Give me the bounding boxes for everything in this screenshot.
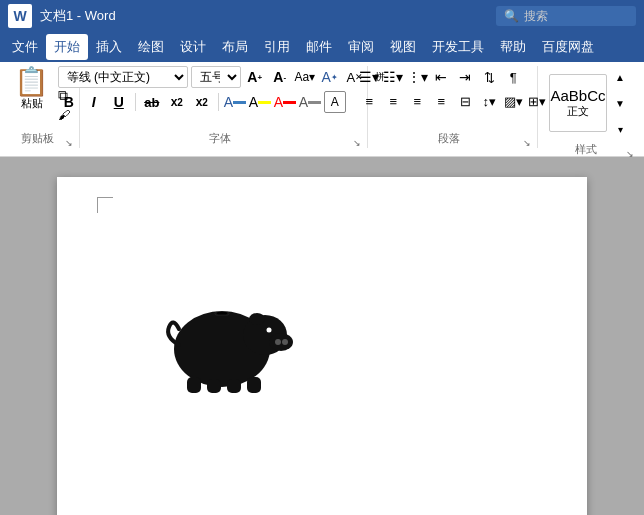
paste-icon: 📋 [14,68,49,96]
sort-button[interactable]: ⇅ [478,66,500,88]
clipboard-label-row: 剪贴板 ↘ [10,129,73,148]
align-center-button[interactable]: ≡ [382,90,404,112]
styles-content: AaBbCc 正文 ▲ ▼ ▾ [549,66,631,140]
svg-rect-10 [227,379,241,393]
styles-expand-icon[interactable]: ↘ [626,149,634,159]
ribbon-group-paragraph: ☰▾ ☷▾ ⋮▾ ⇤ ⇥ ⇅ ¶ ≡ ≡ ≡ ≡ ⊟ ↕▾ ▨▾ ⊞▾ [370,66,538,148]
distributed-button[interactable]: ⊟ [454,90,476,112]
paragraph-content: ☰▾ ☷▾ ⋮▾ ⇤ ⇥ ⇅ ¶ ≡ ≡ ≡ ≡ ⊟ ↕▾ ▨▾ ⊞▾ [358,66,548,129]
ribbon: 📋 粘贴 ✂ ⧉ 🖌 剪贴板 ↘ 等线 (中文正文) [0,62,644,157]
menu-item-help[interactable]: 帮助 [492,34,534,60]
svg-point-5 [249,313,265,325]
shading-button[interactable]: A [299,91,321,113]
piggy-bank-image[interactable] [157,277,297,401]
menu-item-file[interactable]: 文件 [4,34,46,60]
char-border-button[interactable]: A [324,91,346,113]
styles-nav-buttons: ▲ ▼ ▾ [609,66,631,140]
underline-button[interactable]: U [108,91,130,113]
font-color-2-button[interactable]: A [274,91,296,113]
menu-item-mailings[interactable]: 邮件 [298,34,340,60]
ribbon-group-styles: AaBbCc 正文 ▲ ▼ ▾ 样式 ↘ [540,66,640,148]
paste-button[interactable]: 📋 粘贴 [10,66,53,123]
superscript-button[interactable]: x2 [191,91,213,113]
font-divider-1 [135,93,136,111]
highlight-color-button[interactable]: A [249,91,271,113]
font-row-2: B I U ab x2 x2 A A A A A [58,91,391,113]
search-input[interactable] [524,9,634,23]
menu-item-layout[interactable]: 布局 [214,34,256,60]
para-row-2: ≡ ≡ ≡ ≡ ⊟ ↕▾ ▨▾ ⊞▾ [358,90,548,112]
font-family-select[interactable]: 等线 (中文正文) [58,66,188,88]
align-right-button[interactable]: ≡ [406,90,428,112]
clipboard-expand-icon[interactable]: ↘ [65,138,73,148]
styles-container: AaBbCc 正文 ▲ ▼ ▾ [549,66,631,140]
strikethrough-button[interactable]: ab [141,91,163,113]
styles-group-label: 样式 [546,140,626,159]
italic-button[interactable]: I [83,91,105,113]
justify-button[interactable]: ≡ [430,90,452,112]
decrease-indent-button[interactable]: ⇤ [430,66,452,88]
menu-item-developer[interactable]: 开发工具 [424,34,492,60]
word-app-icon: W [8,4,32,28]
title-bar: W 文档1 - Word 🔍 [0,0,644,32]
menu-item-design[interactable]: 设计 [172,34,214,60]
font-grow-button[interactable]: A+ [244,66,266,88]
menu-item-review[interactable]: 审阅 [340,34,382,60]
svg-rect-9 [207,379,221,393]
svg-rect-11 [247,377,261,393]
svg-point-3 [275,339,281,345]
title-bar-left: W 文档1 - Word [8,4,116,28]
paste-label: 粘贴 [21,96,43,111]
title-search-box[interactable]: 🔍 [496,6,636,26]
paragraph-expand-icon[interactable]: ↘ [523,138,531,148]
ribbon-group-font: 等线 (中文正文) 五号 A+ A- Aa▾ A✦ A✕ 拼 B I U [82,66,368,148]
multilevel-list-button[interactable]: ⋮▾ [406,66,428,88]
menu-item-draw[interactable]: 绘图 [130,34,172,60]
svg-point-4 [282,339,288,345]
text-effects-button[interactable]: A✦ [319,66,341,88]
line-spacing-button[interactable]: ↕▾ [478,90,500,112]
menu-item-home[interactable]: 开始 [46,34,88,60]
font-content: 等线 (中文正文) 五号 A+ A- Aa▾ A✦ A✕ 拼 B I U [58,66,391,129]
para-row-1: ☰▾ ☷▾ ⋮▾ ⇤ ⇥ ⇅ ¶ [358,66,548,88]
subscript-button[interactable]: x2 [166,91,188,113]
bold-button[interactable]: B [58,91,80,113]
style-normal[interactable]: AaBbCc 正文 [549,74,607,132]
para-icons: ☰▾ ☷▾ ⋮▾ ⇤ ⇥ ⇅ ¶ ≡ ≡ ≡ ≡ ⊟ ↕▾ ▨▾ ⊞▾ [358,66,548,112]
menu-item-references[interactable]: 引用 [256,34,298,60]
align-left-button[interactable]: ≡ [358,90,380,112]
show-marks-button[interactable]: ¶ [502,66,524,88]
clipboard-group-label: 剪贴板 [10,129,65,148]
font-expand-icon[interactable]: ↘ [353,138,361,148]
menu-item-baidu[interactable]: 百度网盘 [534,34,602,60]
font-color-button[interactable]: A [224,91,246,113]
change-case-button[interactable]: Aa▾ [294,66,316,88]
styles-scroll-up[interactable]: ▲ [609,66,631,88]
font-size-select[interactable]: 五号 [191,66,241,88]
font-shrink-button[interactable]: A- [269,66,291,88]
bullet-list-button[interactable]: ☰▾ [358,66,380,88]
svg-rect-8 [187,377,201,393]
menu-item-insert[interactable]: 插入 [88,34,130,60]
styles-scroll-down[interactable]: ▼ [609,92,631,114]
styles-label-row: 样式 ↘ [546,140,634,159]
shading-para-button[interactable]: ▨▾ [502,90,524,112]
styles-expand[interactable]: ▾ [609,118,631,140]
window-title: 文档1 - Word [40,7,116,25]
page-corner-marker [97,197,113,213]
font-row: 等线 (中文正文) 五号 A+ A- Aa▾ A✦ A✕ 拼 B I U [58,66,391,113]
document-page[interactable] [57,177,587,515]
menu-bar: 文件 开始 插入 绘图 设计 布局 引用 邮件 审阅 视图 开发工具 帮助 百度… [0,32,644,62]
font-label-row: 字体 ↘ [88,129,361,148]
menu-item-view[interactable]: 视图 [382,34,424,60]
search-icon: 🔍 [504,9,519,23]
paragraph-group-label: 段落 [376,129,523,148]
font-row-1: 等线 (中文正文) 五号 A+ A- Aa▾ A✦ A✕ 拼 [58,66,391,88]
document-area [0,157,644,515]
svg-rect-12 [217,312,227,315]
svg-point-6 [267,328,272,333]
font-divider-2 [218,93,219,111]
paragraph-label-row: 段落 ↘ [376,129,531,148]
increase-indent-button[interactable]: ⇥ [454,66,476,88]
numbered-list-button[interactable]: ☷▾ [382,66,404,88]
